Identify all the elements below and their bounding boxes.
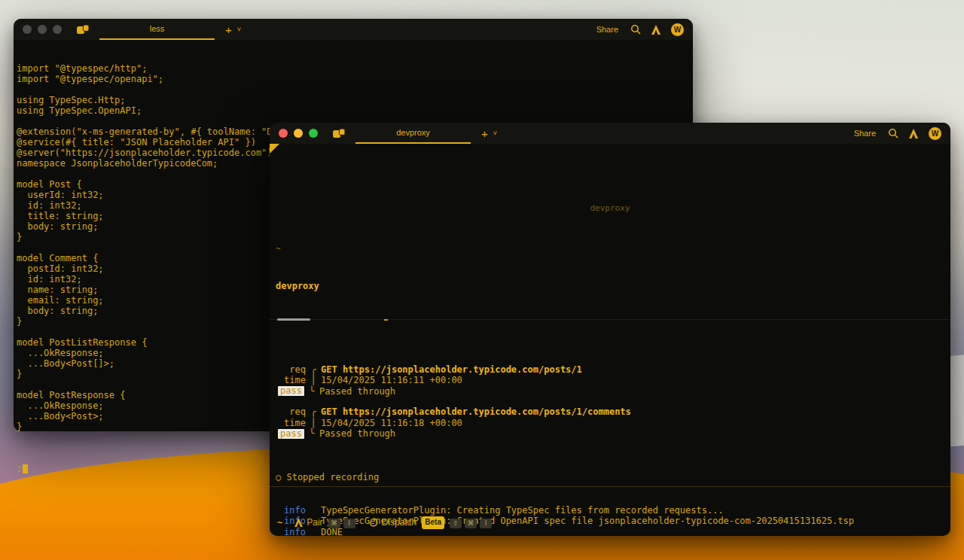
progress-bar-segment [277,318,310,321]
avatar-letter: W [674,26,681,34]
code-line: using TypeSpec.OpenAPI; [17,105,690,116]
share-button[interactable]: Share [596,25,618,34]
request-row: pass╰Passed through [270,386,950,397]
minimize-button[interactable] [38,25,47,34]
minimize-button[interactable] [294,129,303,138]
code-line [17,84,690,95]
code-line: import "@typespec/http"; [17,63,690,74]
terminal-input-area[interactable]: ~ Pair ⌘I Dispatch Beta ⇧⌘I curl -ikx ht… [270,486,950,536]
request-block: req╭GET https://jsonplaceholder.typicode… [270,364,950,397]
pair-shortcuts: ⌘I [328,517,358,528]
warp-pair-icon [294,518,303,527]
tab-dropdown-chevron-icon[interactable]: ˅ [237,26,241,33]
shortcut-key: ⌘ [328,519,340,528]
titlebar-devproxy[interactable]: devproxy + ˅ Share W [270,123,950,144]
warp-logo-icon[interactable] [909,129,918,138]
pane-title-devproxy: devproxy [270,203,950,215]
request-label: req [270,406,306,418]
request-row: req╭GET https://jsonplaceholder.typicode… [270,406,950,418]
tab-label: devproxy [396,128,430,137]
shortcut-key: I [480,519,492,528]
request-label: time [270,418,306,429]
tab-dropdown-chevron-icon[interactable]: ˅ [493,129,497,137]
request-row: time│15/04/2025 11:16:11 +00:00 [270,375,950,386]
bracket-glyph: ╭ [306,406,321,418]
request-blocks: req╭GET https://jsonplaceholder.typicode… [270,364,950,440]
code-line: import "@typespec/openapi"; [17,74,690,84]
progress-tick [384,319,388,321]
bracket-glyph: ╰ [304,428,319,440]
pass-badge: pass [278,429,304,439]
bracket-glyph: ╰ [304,386,319,397]
dispatch-button[interactable]: Dispatch [382,517,417,528]
request-row: req╭GET https://jsonplaceholder.typicode… [270,364,950,376]
terminal-window-devproxy: devproxy + ˅ Share W devproxy ~ devproxy [270,123,950,536]
status-bar: ~ Pair ⌘I Dispatch Beta ⇧⌘I [270,509,950,529]
stopped-recording-line: ○ Stopped recording [276,472,950,483]
pass-badge: pass [278,386,304,396]
request-text: 15/04/2025 11:16:18 +00:00 [321,418,950,429]
shortcut-key: ⌘ [465,519,477,528]
bracket-glyph: ╭ [306,364,321,376]
devproxy-terminal-content[interactable]: devproxy ~ devproxy req╭GET https://json… [270,144,950,536]
pair-button[interactable]: Pair [307,517,322,528]
search-icon[interactable] [630,24,641,35]
cwd-line: ~ [276,244,950,255]
request-text: Passed through [319,428,950,440]
blocks-panel-icon[interactable] [77,25,89,35]
tab-devproxy[interactable]: devproxy [355,123,471,144]
dispatch-shortcuts: ⇧⌘I [450,517,495,528]
new-tab-button[interactable]: + [481,128,488,139]
close-button[interactable] [279,129,288,138]
bracket-glyph: │ [306,375,321,386]
blocks-panel-icon[interactable] [333,129,345,138]
warp-logo-icon[interactable] [651,25,660,35]
user-avatar[interactable]: W [929,127,941,140]
zoom-button[interactable] [53,25,62,34]
zoom-button[interactable] [309,129,318,138]
command-devproxy: devproxy [276,281,950,292]
code-line: using TypeSpec.Http; [17,95,690,105]
titlebar-less[interactable]: less + ˅ Share W [14,19,693,40]
desktop-wallpaper: less + ˅ Share W import "@typespec/http"… [0,0,964,560]
request-label: time [270,375,306,386]
bracket-glyph: │ [306,418,321,429]
tab-less[interactable]: less [99,19,215,40]
shortcut-key: I [343,519,355,528]
shortcut-key: ⇧ [450,519,462,528]
request-label: req [270,364,306,376]
request-text: 15/04/2025 11:16:11 +00:00 [321,375,950,386]
request-block: req╭GET https://jsonplaceholder.typicode… [270,406,950,440]
progress-separator [270,319,950,321]
prompt-symbol: ~ [277,517,282,528]
avatar-letter: W [932,129,938,138]
new-tab-button[interactable]: + [225,24,232,35]
search-icon[interactable] [888,128,898,138]
less-prompt: : [17,464,22,474]
request-text: Passed through [319,386,950,397]
request-text: GET https://jsonplaceholder.typicode.com… [321,364,950,376]
request-text: GET https://jsonplaceholder.typicode.com… [321,406,950,418]
bookmark-flag-icon [270,144,279,154]
request-row: pass╰Passed through [270,428,950,440]
tab-label: less [150,24,165,33]
close-button[interactable] [23,25,32,34]
dispatch-icon [369,518,378,527]
share-button[interactable]: Share [854,129,876,138]
user-avatar[interactable]: W [671,23,684,36]
beta-badge: Beta [422,516,444,529]
request-row: time│15/04/2025 11:16:18 +00:00 [270,418,950,429]
cursor-block [23,464,28,473]
